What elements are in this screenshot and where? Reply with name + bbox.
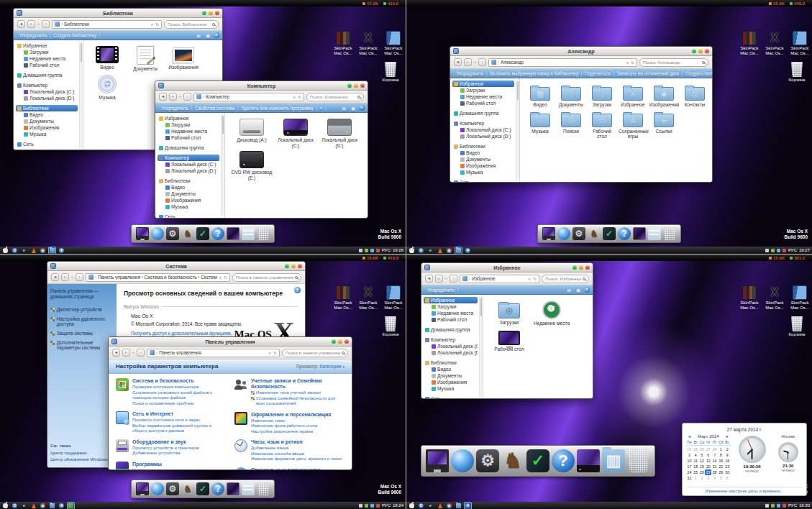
toolbar-button[interactable]: Свойства системы <box>192 106 238 111</box>
maximize-button[interactable] <box>338 339 342 344</box>
sidebar-item[interactable]: Домашняя группа <box>424 326 478 333</box>
dock-imac-icon[interactable] <box>136 482 149 495</box>
desktop-icon-skinpack[interactable]: XSkinPack Mac Os... <box>357 285 379 311</box>
sidebar-item[interactable]: Рабочий стол <box>430 316 478 323</box>
cp-category-title[interactable]: Часы, язык и регион <box>251 439 345 445</box>
taskbar-item-app-chrome[interactable] <box>446 503 452 509</box>
forward-button[interactable]: ► <box>122 349 130 357</box>
taskbar-item-app-round-blue[interactable]: O <box>418 247 424 254</box>
maximize-button[interactable] <box>209 11 213 15</box>
cp-task-link[interactable]: Изменение фона рабочего стола <box>251 423 345 429</box>
cp-sidebar-link[interactable]: Защита системы <box>50 331 114 336</box>
volume-icon[interactable] <box>376 249 380 252</box>
taskbar-item-app-e[interactable]: e <box>21 503 27 509</box>
cp-task-link[interactable]: Установка Семейной безопасности для всех… <box>251 396 345 407</box>
sidebar-item[interactable]: Локальный диск (C:) <box>164 161 219 168</box>
sidebar-item[interactable]: Документы <box>22 118 78 124</box>
touch-keyboard-icon[interactable] <box>765 249 769 252</box>
dock-chess-icon[interactable]: ♞ <box>501 449 524 472</box>
sidebar-item[interactable]: Видео <box>164 184 219 191</box>
day-cell[interactable]: 16 <box>724 458 731 464</box>
dock-drive-icon[interactable] <box>577 449 600 472</box>
dock-photos-icon[interactable] <box>633 227 646 240</box>
search-input[interactable]: Поиск в панели управления <box>232 273 301 282</box>
sidebar-item[interactable]: Локальный диск (D:) <box>22 95 78 101</box>
day-cell[interactable]: 11 <box>693 458 699 464</box>
file-item[interactable]: Изображения <box>165 46 201 72</box>
cp-task-link[interactable]: Поиск и исправление проблем <box>132 401 226 407</box>
scrollbar[interactable] <box>479 296 483 397</box>
taskbar-item-app-chrome[interactable] <box>446 247 452 254</box>
dock-stack-icon[interactable] <box>242 227 255 240</box>
views-icon[interactable]: ▤ <box>565 288 572 293</box>
breadcrumb[interactable]: ›Панель управления∨↻ <box>147 349 280 357</box>
taskbar-item-app-cone[interactable] <box>30 247 37 254</box>
day-cell[interactable]: 19 <box>699 464 706 469</box>
next-month-button[interactable]: ► <box>724 434 731 439</box>
up-button[interactable]: ↑ <box>42 20 50 28</box>
dock-photos-icon[interactable] <box>227 227 240 240</box>
day-cell[interactable]: 12 <box>699 458 706 464</box>
taskbar-clock[interactable]: 19:26 <box>393 248 403 252</box>
views-icon[interactable]: ▤ <box>195 33 202 38</box>
breadcrumb[interactable]: ›Избранное∨↻ <box>460 275 539 283</box>
dock-help-icon[interactable]: ? <box>552 449 575 472</box>
dropdown-icon[interactable]: ∨ <box>626 60 629 65</box>
sidebar-item[interactable]: Библиотеки <box>16 105 78 111</box>
file-item[interactable]: Документы <box>127 46 163 72</box>
day-cell[interactable]: 18 <box>693 464 699 469</box>
cp-task-link[interactable]: Добавление устройства <box>132 451 226 457</box>
close-button[interactable] <box>345 339 349 344</box>
dock-imac-icon[interactable] <box>426 449 449 472</box>
taskbar-item-app-cp[interactable] <box>68 503 74 509</box>
sidebar-item[interactable]: Документы <box>459 156 514 162</box>
sidebar-item[interactable]: Изображения <box>459 162 514 169</box>
language-indicator[interactable]: РУС <box>788 248 797 252</box>
cp-task-link[interactable]: Добавление языка <box>251 446 345 451</box>
day-cell[interactable]: 26 <box>699 469 706 475</box>
toolbar-button[interactable]: Создать папку <box>683 71 712 76</box>
desktop-icon-skinpack[interactable]: SkinPack Mac Os... <box>332 285 354 311</box>
cp-category-title[interactable]: Сеть и Интернет <box>132 411 226 417</box>
breadcrumb[interactable]: ›Панель управления › Система и безопасно… <box>86 273 230 282</box>
sidebar-item[interactable]: Локальный диск (D:) <box>430 349 478 356</box>
sidebar-item[interactable]: Видео <box>22 111 78 118</box>
dropdown-icon[interactable]: ∨ <box>268 351 271 355</box>
cp-category-title[interactable]: Учетные записи и Семейная безопасность <box>251 378 345 390</box>
sidebar-item[interactable]: Изображения <box>164 197 219 203</box>
file-item[interactable]: Локальный диск (D:) <box>319 119 360 148</box>
sidebar-item[interactable]: Рабочий стол <box>22 62 78 68</box>
sidebar-item[interactable]: Локальный диск (D:) <box>459 133 514 139</box>
toolbar-button[interactable]: Упорядочить <box>453 71 487 76</box>
file-item[interactable]: ↓Загрузки <box>588 84 616 108</box>
search-input[interactable]: Поиск: Александр <box>639 58 708 67</box>
day-cell[interactable]: 25 <box>693 469 699 475</box>
day-cell[interactable]: 27 <box>705 469 711 475</box>
volume-icon[interactable] <box>376 504 380 508</box>
toolbar-button[interactable]: Поделиться <box>582 71 613 76</box>
toolbar-button[interactable]: Удалить или изменить программу <box>238 106 316 111</box>
taskbar-item-app-player[interactable] <box>465 503 471 509</box>
recycle-bin[interactable]: Корзина <box>786 316 808 337</box>
details-pane-icon[interactable]: ▦ <box>204 33 211 38</box>
scrollbar[interactable] <box>516 80 519 180</box>
taskbar-item-app-e[interactable]: e <box>21 247 27 254</box>
sidebar-item[interactable]: Компьютер <box>424 336 478 343</box>
sidebar-item[interactable]: Библиотеки <box>424 359 478 366</box>
sidebar-item[interactable]: Недавние места <box>459 93 514 100</box>
file-item[interactable]: XИзбранное <box>619 84 647 108</box>
forward-button[interactable]: ► <box>27 20 35 28</box>
breadcrumb[interactable]: ›Александр∨↻ <box>488 58 637 67</box>
desktop-icon-skinpack[interactable]: SkinPack Mac Os... <box>789 285 811 311</box>
cp-task-link[interactable]: Удаление программы <box>132 468 226 469</box>
dock-help-icon[interactable]: ? <box>211 227 224 240</box>
dock-stack-icon[interactable] <box>242 482 255 495</box>
see-also-link[interactable]: Центр поддержки <box>50 450 114 455</box>
refresh-icon[interactable]: ↻ <box>533 277 537 281</box>
day-cell[interactable]: 30 <box>724 469 731 475</box>
sidebar-item[interactable]: Загрузки <box>430 303 478 310</box>
dock-trash-icon[interactable] <box>257 227 270 240</box>
cp-task-link[interactable]: Изменение типа учетной записи <box>251 390 345 396</box>
sidebar-item[interactable]: Компьютер <box>452 120 514 127</box>
dropdown-icon[interactable]: ∨ <box>219 275 222 280</box>
